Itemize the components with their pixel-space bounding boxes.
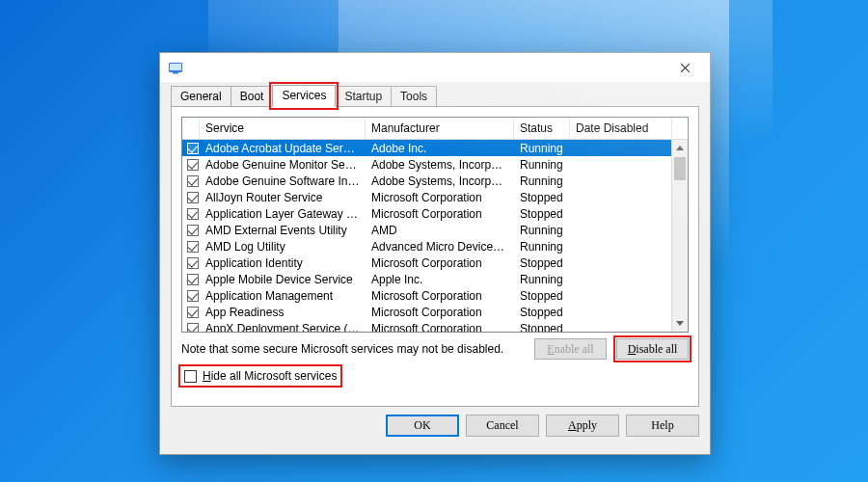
row-checkbox[interactable] bbox=[186, 323, 200, 333]
scrollbar[interactable] bbox=[671, 140, 688, 332]
cell-manufacturer: Microsoft Corporation bbox=[366, 289, 514, 303]
close-icon bbox=[680, 63, 691, 73]
table-row[interactable]: AMD External Events UtilityAMDRunning bbox=[182, 222, 688, 238]
row-checkbox[interactable] bbox=[186, 175, 200, 187]
cell-service: Adobe Acrobat Update Service bbox=[200, 142, 366, 155]
cell-service: AppX Deployment Service (AppX... bbox=[200, 322, 366, 333]
cell-manufacturer: Apple Inc. bbox=[366, 273, 514, 286]
row-checkbox[interactable] bbox=[186, 241, 200, 253]
cell-status: Running bbox=[514, 142, 570, 155]
cell-manufacturer: Microsoft Corporation bbox=[366, 191, 514, 204]
chevron-down-icon bbox=[676, 321, 684, 326]
row-checkbox[interactable] bbox=[186, 225, 200, 236]
table-row[interactable]: Application IdentityMicrosoft Corporatio… bbox=[182, 254, 688, 271]
row-checkbox[interactable] bbox=[186, 290, 200, 302]
row-checkbox[interactable] bbox=[186, 274, 200, 285]
tab-strip: General Boot Services Startup Tools bbox=[160, 82, 710, 106]
table-row[interactable]: AMD Log UtilityAdvanced Micro Devices, I… bbox=[182, 238, 688, 254]
cell-manufacturer: Advanced Micro Devices, I... bbox=[366, 240, 514, 254]
hide-ms-services-checkbox[interactable] bbox=[184, 370, 197, 383]
col-service[interactable]: Service bbox=[200, 118, 366, 139]
cell-service: AMD Log Utility bbox=[200, 240, 366, 254]
list-body[interactable]: Adobe Acrobat Update ServiceAdobe Inc.Ru… bbox=[182, 140, 688, 332]
cell-manufacturer: Microsoft Corporation bbox=[366, 306, 514, 319]
cell-status: Running bbox=[514, 174, 570, 188]
cell-status: Running bbox=[514, 273, 570, 286]
cell-status: Running bbox=[514, 158, 570, 172]
cell-status: Stopped bbox=[514, 191, 570, 204]
services-panel: Service Manufacturer Status Date Disable… bbox=[171, 106, 699, 407]
hide-ms-services-wrapper: Hide all Microsoft services bbox=[181, 367, 339, 385]
ok-button[interactable]: OK bbox=[386, 415, 459, 437]
close-button[interactable] bbox=[665, 54, 704, 81]
cell-manufacturer: Microsoft Corporation bbox=[366, 256, 514, 270]
app-icon bbox=[168, 60, 183, 75]
cell-status: Stopped bbox=[514, 207, 570, 221]
cell-service: AllJoyn Router Service bbox=[200, 191, 366, 204]
list-header: Service Manufacturer Status Date Disable… bbox=[182, 118, 688, 140]
cell-service: Adobe Genuine Monitor Service bbox=[200, 158, 366, 172]
tab-services[interactable]: Services bbox=[272, 85, 336, 107]
cell-status: Stopped bbox=[514, 256, 570, 270]
enable-all-button[interactable]: Enable all bbox=[534, 338, 607, 360]
cell-manufacturer: Adobe Systems, Incorpora... bbox=[366, 174, 514, 188]
row-checkbox[interactable] bbox=[186, 307, 200, 318]
chevron-up-icon bbox=[676, 146, 684, 150]
scroll-up-button[interactable] bbox=[672, 140, 688, 156]
cell-service: AMD External Events Utility bbox=[200, 224, 366, 237]
svg-rect-2 bbox=[173, 72, 178, 74]
table-row[interactable]: Adobe Genuine Software Integri...Adobe S… bbox=[182, 173, 688, 189]
table-row[interactable]: AllJoyn Router ServiceMicrosoft Corporat… bbox=[182, 189, 688, 205]
cell-manufacturer: Microsoft Corporation bbox=[366, 207, 514, 221]
cell-status: Running bbox=[514, 240, 570, 254]
cell-service: Adobe Genuine Software Integri... bbox=[200, 174, 366, 188]
row-checkbox[interactable] bbox=[186, 257, 200, 269]
cell-status: Stopped bbox=[514, 306, 570, 319]
msconfig-window: General Boot Services Startup Tools Serv… bbox=[159, 52, 711, 455]
row-checkbox[interactable] bbox=[186, 208, 200, 220]
cell-service: Application Layer Gateway Service bbox=[200, 207, 366, 221]
row-checkbox[interactable] bbox=[186, 143, 200, 154]
tab-boot[interactable]: Boot bbox=[231, 86, 274, 107]
cell-service: Application Identity bbox=[200, 256, 366, 270]
row-checkbox[interactable] bbox=[186, 192, 200, 203]
col-date-disabled[interactable]: Date Disabled bbox=[570, 118, 672, 139]
disabled-note: Note that some secure Microsoft services… bbox=[181, 342, 525, 356]
hide-ms-services-label[interactable]: Hide all Microsoft services bbox=[203, 369, 337, 383]
cell-status: Stopped bbox=[514, 289, 570, 303]
apply-button[interactable]: Apply bbox=[546, 415, 619, 437]
table-row[interactable]: Application ManagementMicrosoft Corporat… bbox=[182, 287, 688, 304]
help-button[interactable]: Help bbox=[626, 415, 699, 437]
table-row[interactable]: Adobe Genuine Monitor ServiceAdobe Syste… bbox=[182, 156, 688, 173]
cell-service: Application Management bbox=[200, 289, 366, 303]
tab-tools[interactable]: Tools bbox=[391, 86, 437, 107]
cell-manufacturer: Microsoft Corporation bbox=[366, 322, 514, 333]
cell-manufacturer: Adobe Inc. bbox=[366, 142, 514, 155]
table-row[interactable]: Application Layer Gateway ServiceMicroso… bbox=[182, 205, 688, 222]
dialog-buttons: OK Cancel Apply Help bbox=[160, 415, 710, 446]
table-row[interactable]: AppX Deployment Service (AppX...Microsof… bbox=[182, 320, 688, 332]
services-list[interactable]: Service Manufacturer Status Date Disable… bbox=[181, 117, 689, 333]
row-checkbox[interactable] bbox=[186, 159, 200, 171]
cell-status: Running bbox=[514, 224, 570, 237]
disable-all-button[interactable]: Disable all bbox=[616, 338, 689, 360]
col-status[interactable]: Status bbox=[514, 118, 570, 139]
table-row[interactable]: Apple Mobile Device ServiceApple Inc.Run… bbox=[182, 271, 688, 287]
titlebar[interactable] bbox=[160, 53, 710, 82]
scroll-down-button[interactable] bbox=[672, 315, 688, 332]
tab-general[interactable]: General bbox=[171, 86, 231, 107]
svg-rect-1 bbox=[170, 64, 181, 70]
tab-startup[interactable]: Startup bbox=[335, 86, 392, 107]
cell-status: Stopped bbox=[514, 322, 570, 333]
scroll-thumb[interactable] bbox=[674, 157, 686, 180]
cell-service: Apple Mobile Device Service bbox=[200, 273, 366, 286]
table-row[interactable]: App ReadinessMicrosoft CorporationStoppe… bbox=[182, 304, 688, 320]
cell-manufacturer: Adobe Systems, Incorpora... bbox=[366, 158, 514, 172]
cancel-button[interactable]: Cancel bbox=[466, 415, 539, 437]
table-row[interactable]: Adobe Acrobat Update ServiceAdobe Inc.Ru… bbox=[182, 140, 688, 156]
col-manufacturer[interactable]: Manufacturer bbox=[366, 118, 514, 139]
cell-manufacturer: AMD bbox=[366, 224, 514, 237]
cell-service: App Readiness bbox=[200, 306, 366, 319]
